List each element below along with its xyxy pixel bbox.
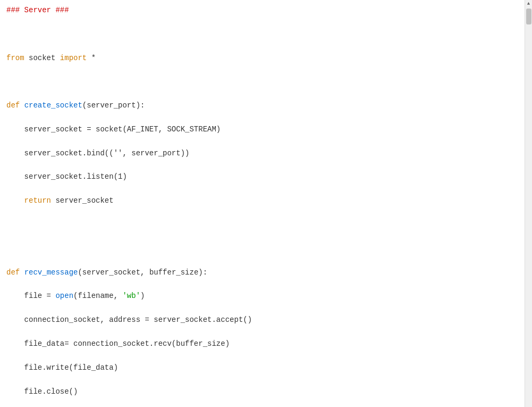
code-area[interactable]: ### Server ### from socket import * def … [0,0,525,407]
code-block: ### Server ### from socket import * def … [6,4,518,407]
scrollbar[interactable]: ▲ [525,0,532,407]
scrollbar-thumb[interactable] [526,9,531,24]
editor-container: ### Server ### from socket import * def … [0,0,532,407]
scroll-up-arrow[interactable]: ▲ [525,0,533,7]
